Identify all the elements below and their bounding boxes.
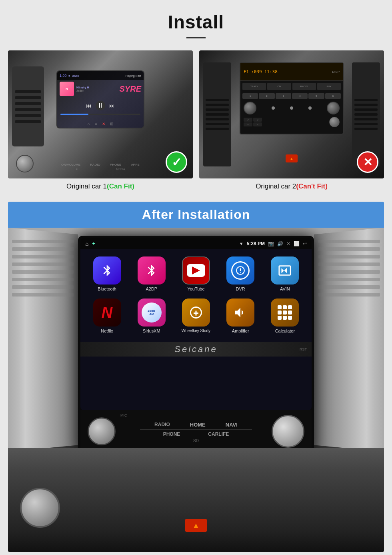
- app-youtube[interactable]: YouTube: [177, 256, 214, 291]
- amplifier-app-icon[interactable]: [226, 299, 254, 327]
- after-installation-image: ⌂ ✦ ▼ 5:28 PM 📷 🔊 ✕ ⬜ ↩: [8, 228, 384, 552]
- car1-song: Ninety 0: [76, 86, 89, 89]
- app-grid: Bluetooth A2DP: [80, 249, 312, 341]
- back-status-icon: ↩: [303, 241, 307, 246]
- a2dp-app-icon[interactable]: [138, 256, 166, 285]
- siriusxm-label: SiriusXM: [143, 329, 160, 333]
- car1-caption: Original car 1(Can Fit): [66, 182, 134, 190]
- car-images-container: 1:00 ● Back Playing Next N Ninety 0 Ja: [8, 50, 384, 190]
- right-knob[interactable]: [272, 415, 304, 448]
- youtube-label: YouTube: [187, 287, 204, 291]
- phone-label: PHONE: [163, 431, 180, 437]
- app-calculator[interactable]: Calculator: [266, 299, 304, 333]
- square-status-icon: ⬜: [294, 241, 300, 246]
- signal-icon: ▼: [239, 241, 244, 246]
- control-labels: RADIO HOME NAVI PHONE CARLIFE: [140, 422, 252, 443]
- page-header: Install: [0, 0, 392, 42]
- avin-app-icon[interactable]: [271, 256, 299, 285]
- car-left-knob[interactable]: [20, 488, 60, 528]
- bluetooth-app-icon[interactable]: [93, 256, 121, 285]
- right-vent: [314, 228, 384, 452]
- seicane-logo: Seicane: [174, 344, 218, 355]
- wheelkey-label: Wheelkey Study: [182, 329, 210, 333]
- car1-image: 1:00 ● Back Playing Next N Ninety 0 Ja: [8, 50, 193, 178]
- calculator-label: Calculator: [275, 329, 295, 333]
- app-bluetooth[interactable]: Bluetooth: [88, 256, 126, 291]
- lower-car-area: ▲: [8, 448, 384, 552]
- app-wheelkey[interactable]: Wheelkey Study: [177, 299, 214, 333]
- syre-text: SYRE: [120, 84, 141, 94]
- app-dvr[interactable]: DVR: [222, 256, 259, 291]
- app-siriusxm[interactable]: Sirius XM SiriusXM: [133, 299, 170, 333]
- camera-status-icon: 📷: [268, 241, 274, 246]
- status-time: 5:28 PM: [247, 241, 265, 246]
- after-section: After Installation: [8, 202, 384, 552]
- amplifier-label: Amplifier: [232, 329, 249, 333]
- youtube-app-icon[interactable]: [182, 256, 210, 285]
- carlife-label: CARLIFE: [208, 431, 229, 437]
- bluetooth-label: Bluetooth: [98, 287, 116, 291]
- install-section: 1:00 ● Back Playing Next N Ninety 0 Ja: [8, 50, 384, 190]
- car1-item: 1:00 ● Back Playing Next N Ninety 0 Ja: [8, 50, 193, 190]
- left-vent: [8, 228, 78, 452]
- siriusxm-app-icon[interactable]: Sirius XM: [138, 299, 166, 327]
- sd-label: SD: [193, 439, 199, 443]
- left-knob[interactable]: [88, 417, 116, 445]
- dvr-app-icon[interactable]: [226, 256, 254, 285]
- wheelkey-app-icon[interactable]: [182, 299, 210, 327]
- netflix-label: Netflix: [101, 329, 113, 333]
- car2-caption: Original car 2(Can't Fit): [256, 182, 328, 190]
- car2-image: F1 :039 11:38 DISP TRACK CD RADIO AUX: [199, 50, 384, 178]
- car1-artist: Jaden: [76, 89, 89, 92]
- header-divider: [186, 37, 206, 38]
- after-installation-title: After Installation: [8, 207, 384, 222]
- hazard-button[interactable]: ▲: [185, 519, 207, 532]
- volume-status-icon: 🔊: [277, 241, 283, 246]
- rst-label: RST: [300, 347, 307, 351]
- app-netflix[interactable]: N Netflix: [88, 299, 126, 333]
- page-title: Install: [0, 11, 392, 33]
- navi-label: NAVI: [226, 422, 238, 428]
- home-label: HOME: [190, 422, 206, 428]
- head-unit: ⌂ ✦ ▼ 5:28 PM 📷 🔊 ✕ ⬜ ↩: [78, 236, 314, 457]
- car2-item: F1 :039 11:38 DISP TRACK CD RADIO AUX: [199, 50, 384, 190]
- netflix-app-icon[interactable]: N: [93, 299, 121, 327]
- seicane-bar: Seicane RST: [80, 342, 312, 357]
- main-screen: ⌂ ✦ ▼ 5:28 PM 📷 🔊 ✕ ⬜ ↩: [80, 238, 312, 410]
- app-a2dp[interactable]: A2DP: [133, 256, 170, 291]
- x-status-icon: ✕: [286, 241, 290, 246]
- status-bar: ⌂ ✦ ▼ 5:28 PM 📷 🔊 ✕ ⬜ ↩: [80, 238, 312, 249]
- car2-badge: ✕: [357, 151, 378, 173]
- avin-label: AVIN: [280, 287, 290, 291]
- after-installation-banner: After Installation: [8, 202, 384, 228]
- app-avin[interactable]: AVIN: [266, 256, 304, 291]
- hazard-triangle-icon: ▲: [192, 521, 200, 530]
- calculator-app-icon[interactable]: [271, 299, 299, 327]
- car1-badge: ✓: [166, 151, 187, 173]
- wifi-signal-icon: ✦: [92, 241, 96, 246]
- app-amplifier[interactable]: Amplifier: [222, 299, 259, 333]
- radio-label: RADIO: [154, 422, 170, 427]
- dvr-label: DVR: [236, 287, 245, 291]
- home-icon[interactable]: ⌂: [85, 240, 88, 247]
- a2dp-label: A2DP: [146, 287, 157, 291]
- mic-label: MIC: [120, 413, 127, 417]
